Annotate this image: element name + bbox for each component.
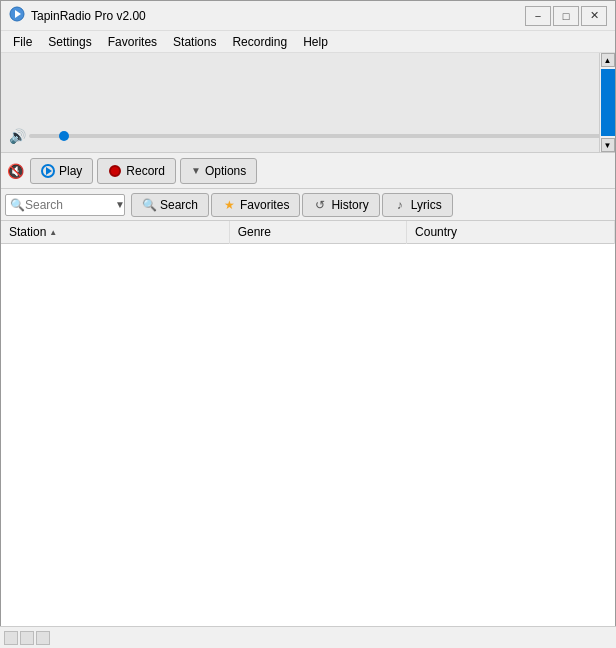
record-label: Record (126, 164, 165, 178)
menu-stations[interactable]: Stations (165, 31, 224, 53)
stations-table: Station ▲ Genre Country (1, 221, 615, 244)
player-scrollbar[interactable]: ▲ ▼ (599, 53, 615, 152)
menu-bar: File Settings Favorites Stations Recordi… (1, 31, 615, 53)
scrollbar-up[interactable]: ▲ (601, 53, 615, 67)
play-triangle (46, 167, 52, 175)
tab-search-icon: 🔍 (142, 198, 156, 212)
speaker-icon: 🔊 (9, 128, 25, 144)
tab-history-label: History (331, 198, 368, 212)
toolbar: 🔇 Play Record ▼ Options (1, 153, 615, 189)
volume-icon: 🔇 (7, 163, 24, 179)
app-icon (9, 6, 25, 25)
search-box[interactable]: 🔍 ▼ (5, 194, 125, 216)
status-grip-2 (20, 631, 34, 645)
options-chevron-icon: ▼ (191, 165, 201, 176)
tab-lyrics-label: Lyrics (411, 198, 442, 212)
menu-file[interactable]: File (5, 31, 40, 53)
record-button[interactable]: Record (97, 158, 176, 184)
search-dropdown-icon[interactable]: ▼ (115, 199, 125, 210)
col-country[interactable]: Country (407, 221, 615, 244)
close-button[interactable]: ✕ (581, 6, 607, 26)
maximize-button[interactable]: □ (553, 6, 579, 26)
play-label: Play (59, 164, 82, 178)
table-container[interactable]: Station ▲ Genre Country (1, 221, 615, 648)
progress-thumb[interactable] (59, 131, 69, 141)
record-icon (108, 164, 122, 178)
sort-arrow-icon: ▲ (49, 228, 57, 237)
col-station[interactable]: Station ▲ (1, 221, 229, 244)
title-controls: − □ ✕ (525, 6, 607, 26)
search-icon: 🔍 (10, 198, 25, 212)
status-grip-1 (4, 631, 18, 645)
table-header: Station ▲ Genre Country (1, 221, 615, 244)
scrollbar-down[interactable]: ▼ (601, 138, 615, 152)
tab-favorites-label: Favorites (240, 198, 289, 212)
menu-favorites[interactable]: Favorites (100, 31, 165, 53)
tab-favorites[interactable]: ★ Favorites (211, 193, 300, 217)
title-bar: TapinRadio Pro v2.00 − □ ✕ (1, 1, 615, 31)
status-bar (0, 626, 616, 648)
play-icon (41, 164, 55, 178)
options-button[interactable]: ▼ Options (180, 158, 257, 184)
tab-lyrics-icon: ♪ (393, 198, 407, 212)
menu-settings[interactable]: Settings (40, 31, 99, 53)
tab-history-icon: ↺ (313, 198, 327, 212)
tab-favorites-icon: ★ (222, 198, 236, 212)
app-title: TapinRadio Pro v2.00 (31, 9, 146, 23)
minimize-button[interactable]: − (525, 6, 551, 26)
record-dot (109, 165, 121, 177)
title-left: TapinRadio Pro v2.00 (9, 6, 146, 25)
menu-help[interactable]: Help (295, 31, 336, 53)
menu-recording[interactable]: Recording (224, 31, 295, 53)
status-grip-3 (36, 631, 50, 645)
tab-search[interactable]: 🔍 Search (131, 193, 209, 217)
main-content: Station ▲ Genre Country (1, 221, 615, 648)
tab-search-label: Search (160, 198, 198, 212)
options-label: Options (205, 164, 246, 178)
search-input[interactable] (25, 198, 115, 212)
player-inner: 🔊 (9, 128, 607, 144)
tab-bar: 🔍 ▼ 🔍 Search ★ Favorites ↺ History ♪ Lyr… (1, 189, 615, 221)
tab-lyrics[interactable]: ♪ Lyrics (382, 193, 453, 217)
player-area: 🔊 ▲ ▼ (1, 53, 615, 153)
col-genre[interactable]: Genre (229, 221, 406, 244)
tab-history[interactable]: ↺ History (302, 193, 379, 217)
scrollbar-thumb[interactable] (601, 69, 615, 136)
play-button[interactable]: Play (30, 158, 93, 184)
progress-track[interactable] (29, 134, 607, 138)
